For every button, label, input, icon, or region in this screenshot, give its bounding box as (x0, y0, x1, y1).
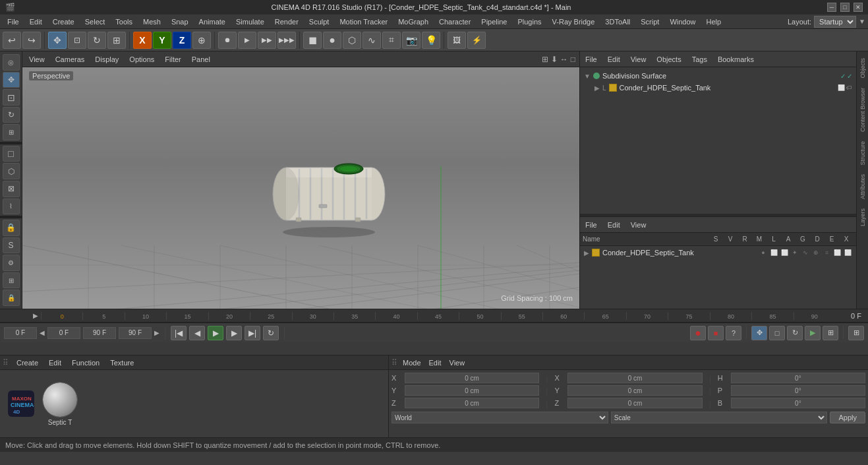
vtab-objects[interactable]: Objects (858, 54, 867, 82)
vp-menu-display[interactable]: Display (92, 54, 121, 65)
tl-rotate-btn[interactable]: ↻ (787, 326, 803, 340)
tl-move-btn[interactable]: ✥ (751, 326, 767, 340)
scene-item-tank[interactable]: ▶ Conder_HDPE_Septic_Tank ● ⬜ ⬜ ✦ ∿ ⊕ ⌗ … (583, 247, 854, 258)
nurbs-button[interactable]: ⬡ (343, 32, 361, 49)
tl-grid-btn[interactable]: ⊞ (848, 326, 864, 340)
vtab-attributes[interactable]: Attributes (858, 170, 867, 203)
mat-menu-create[interactable]: Create (14, 357, 41, 368)
attr-x-pos-input[interactable] (405, 373, 539, 383)
menu-select[interactable]: Select (80, 16, 110, 27)
attr-h-rot-input[interactable] (731, 373, 865, 383)
menu-edit[interactable]: Edit (25, 16, 47, 27)
menu-snap[interactable]: Snap (167, 16, 193, 27)
end-frame-input-2[interactable] (119, 327, 152, 339)
sidebar-move-btn[interactable]: ✥ (3, 72, 20, 88)
obj-menu-file[interactable]: File (583, 54, 600, 65)
cube-button[interactable]: ◼ (303, 32, 322, 49)
frame-arrow-left[interactable]: ◀ (40, 329, 45, 336)
attr-p-rot-input[interactable] (731, 385, 865, 396)
sidebar-cube-btn[interactable]: □ (3, 146, 20, 162)
sidebar-scale-btn[interactable]: ⊡ (3, 89, 20, 106)
deformer-button[interactable]: ⌗ (382, 32, 401, 49)
menu-tools[interactable]: Tools (111, 16, 137, 27)
play-btn-2[interactable]: ▶▶ (258, 32, 276, 49)
viewport-icon-1[interactable]: ⊞ (542, 55, 548, 64)
transform-tool-button[interactable]: ⊞ (107, 32, 126, 49)
world-dropdown[interactable]: World Object (391, 412, 608, 423)
camera-button[interactable]: 📷 (402, 32, 420, 49)
sphere-button[interactable]: ● (323, 32, 341, 49)
sidebar-point-btn[interactable]: ⌇ (3, 199, 20, 215)
attr-z-pos-input[interactable] (405, 398, 539, 408)
attr-z2-size-input[interactable] (567, 398, 702, 408)
scene-menu-view[interactable]: View (628, 220, 649, 230)
mat-menu-function[interactable]: Function (69, 357, 102, 368)
play-btn-1[interactable]: ▶ (238, 32, 256, 49)
current-frame-input[interactable] (4, 327, 37, 339)
maximize-button[interactable]: □ (840, 3, 850, 12)
menu-script[interactable]: Script (636, 16, 664, 27)
apply-button[interactable]: Apply (830, 412, 865, 423)
rotate-tool-button[interactable]: ↻ (88, 32, 106, 49)
tl-play-btn[interactable]: ▶ (805, 326, 821, 340)
menu-window[interactable]: Window (665, 16, 700, 27)
menu-vray[interactable]: V-Ray Bridge (548, 16, 600, 27)
move-tool-button[interactable]: ✥ (48, 32, 67, 49)
redo-button[interactable]: ↪ (22, 32, 41, 49)
menu-mograph[interactable]: MoGraph (393, 16, 433, 27)
step-back-button[interactable]: ◀ (189, 326, 205, 340)
mat-menu-edit[interactable]: Edit (46, 357, 64, 368)
viewport-canvas[interactable]: Perspective (22, 67, 579, 309)
scene-menu-edit[interactable]: Edit (605, 220, 623, 230)
record-button[interactable]: ⏺ (218, 32, 237, 49)
x-axis-button[interactable]: X (133, 32, 152, 49)
go-end-button[interactable]: ▶| (245, 326, 260, 340)
minimize-button[interactable]: ─ (827, 3, 836, 12)
light-button[interactable]: 💡 (422, 32, 440, 49)
viewport-icon-3[interactable]: ↔ (560, 55, 568, 64)
scene-menu-file[interactable]: File (583, 220, 600, 230)
close-button[interactable]: ✕ (854, 3, 863, 12)
menu-animate[interactable]: Animate (194, 16, 230, 27)
menu-create[interactable]: Create (48, 16, 79, 27)
obj-menu-bookmarks[interactable]: Bookmarks (715, 54, 757, 65)
menu-simulate[interactable]: Simulate (231, 16, 269, 27)
attr-menu-view[interactable]: View (447, 357, 468, 368)
obj-item-tank[interactable]: ▶ L Conder_HDPE_Septic_Tank ⬜ 🏷 (593, 82, 854, 94)
tl-help-btn[interactable]: ? (726, 326, 741, 340)
obj-menu-tags[interactable]: Tags (689, 54, 710, 65)
step-forward-button[interactable]: ▶ (226, 326, 242, 340)
tl-record-btn[interactable]: ● (690, 326, 706, 340)
menu-3dtoall[interactable]: 3DToAll (600, 16, 635, 27)
world-axis-button[interactable]: ⊕ (192, 32, 211, 49)
sidebar-magnet-btn[interactable]: S (3, 237, 20, 254)
scale-tool-button[interactable]: ⊡ (68, 32, 86, 49)
vp-menu-filter[interactable]: Filter (162, 54, 183, 65)
obj-menu-view[interactable]: View (628, 54, 649, 65)
attr-y-pos-input[interactable] (405, 385, 539, 396)
end-frame-input[interactable] (83, 327, 116, 339)
menu-plugins[interactable]: Plugins (513, 16, 546, 27)
render-button[interactable]: ⚡ (467, 32, 486, 49)
vp-menu-cameras[interactable]: Cameras (53, 54, 88, 65)
sidebar-transform-btn[interactable]: ⊞ (3, 124, 20, 140)
menu-help[interactable]: Help (702, 16, 726, 27)
mat-menu-texture[interactable]: Texture (107, 357, 136, 368)
tl-select-btn[interactable]: □ (769, 326, 785, 340)
tl-key-btn[interactable]: ⊞ (823, 326, 838, 340)
menu-character[interactable]: Character (434, 16, 475, 27)
obj-menu-objects[interactable]: Objects (654, 54, 683, 65)
obj-item-subdivision[interactable]: ▼ Subdivision Surface ✓ ✓ (583, 70, 854, 82)
attr-menu-edit[interactable]: Edit (426, 357, 444, 368)
menu-pipeline[interactable]: Pipeline (477, 16, 511, 27)
attr-y2-size-input[interactable] (567, 385, 702, 396)
play-button[interactable]: ▶ (208, 326, 223, 340)
viewport-icon-2[interactable]: ⬇ (551, 55, 558, 64)
start-frame-input[interactable] (47, 327, 80, 339)
vtab-structure[interactable]: Structure (858, 137, 867, 170)
menu-motion-tracker[interactable]: Motion Tracker (335, 16, 392, 27)
menu-render[interactable]: Render (270, 16, 303, 27)
layout-select[interactable]: Startup (814, 16, 856, 28)
vp-menu-options[interactable]: Options (127, 54, 157, 65)
tl-stop-btn[interactable]: ■ (708, 326, 724, 340)
